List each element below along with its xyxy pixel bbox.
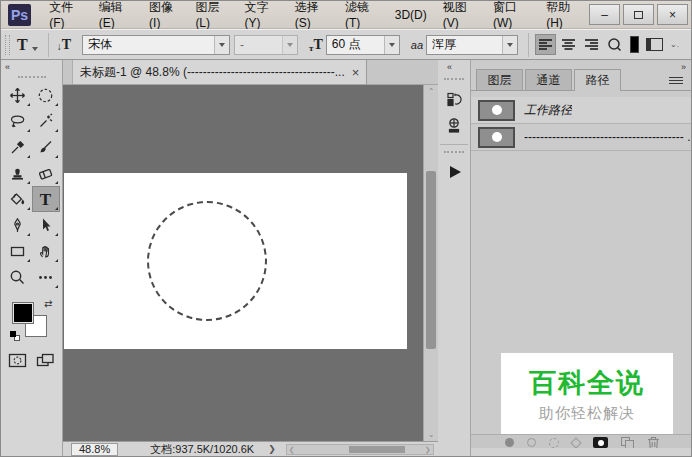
- magic-wand-tool[interactable]: [32, 108, 60, 134]
- add-mask-button[interactable]: [593, 437, 608, 448]
- maximize-button[interactable]: [623, 4, 654, 25]
- edit-toolbar-button[interactable]: [32, 264, 60, 290]
- swatches-icon: [446, 117, 463, 134]
- stroke-path-icon: [527, 438, 536, 447]
- menu-3d[interactable]: 3D(D): [387, 1, 435, 28]
- scroll-down-icon[interactable]: ⌄: [424, 430, 438, 439]
- horizontal-scrollbar[interactable]: ❮ ❯: [286, 444, 434, 455]
- play-icon: [447, 164, 463, 180]
- expand-panels-icon[interactable]: «: [447, 62, 452, 72]
- eyedropper-icon: [9, 139, 26, 156]
- mode-buttons: [4, 352, 60, 369]
- diamond-icon: [570, 437, 581, 448]
- status-expand-chevron[interactable]: ❯: [268, 444, 276, 454]
- vertical-scrollbar[interactable]: ⌃ ⌄: [423, 85, 438, 441]
- align-center-button[interactable]: [558, 34, 579, 55]
- elliptical-marquee-icon: [37, 87, 54, 104]
- history-panel-button[interactable]: [438, 86, 471, 112]
- foreground-color-swatch[interactable]: [12, 302, 34, 324]
- fill-path-button[interactable]: [505, 438, 514, 447]
- actions-panel-button[interactable]: [438, 159, 471, 185]
- fill-path-icon: [505, 438, 514, 447]
- watermark-title: 百科全说: [529, 365, 645, 401]
- make-work-path-button[interactable]: [572, 439, 580, 447]
- close-document-icon[interactable]: ×: [352, 66, 360, 79]
- collapse-panels-icon[interactable]: »: [681, 62, 686, 72]
- panel-dock: « » 图层 通道 路径: [438, 60, 691, 456]
- text-color-swatch[interactable]: [630, 36, 639, 53]
- tools-panel: «: [1, 60, 63, 456]
- eyedropper-tool[interactable]: [4, 134, 32, 160]
- menu-layer[interactable]: 图层(L): [187, 1, 236, 28]
- menu-help[interactable]: 帮助(H): [538, 1, 589, 28]
- path-row-dashed[interactable]: ----------------------------------------…: [471, 124, 691, 151]
- canvas[interactable]: [64, 173, 407, 349]
- font-size-select[interactable]: 60 点: [326, 35, 400, 55]
- lasso-tool[interactable]: [4, 108, 32, 134]
- pen-icon: [9, 217, 26, 234]
- zoom-level-field[interactable]: 48.8%: [71, 443, 118, 456]
- new-path-icon: [621, 437, 634, 449]
- character-panel-toggle[interactable]: [646, 38, 663, 51]
- vertical-scroll-thumb[interactable]: [426, 171, 436, 349]
- text-orientation-toggle[interactable]: ↓ T: [54, 37, 74, 53]
- document-window: 未标题-1 @ 48.8% (-------------------------…: [63, 60, 438, 456]
- hand-tool[interactable]: [32, 238, 60, 264]
- new-path-button[interactable]: [621, 437, 634, 449]
- move-tool[interactable]: [4, 82, 32, 108]
- path-selection-tool[interactable]: [32, 212, 60, 238]
- chevron-down-icon: [32, 47, 38, 51]
- path-list: 工作路径 -----------------------------------…: [471, 97, 691, 151]
- paint-bucket-tool[interactable]: [4, 186, 32, 212]
- scroll-left-icon[interactable]: ❮: [289, 445, 295, 454]
- font-family-select[interactable]: 宋体: [82, 35, 230, 55]
- scroll-up-icon[interactable]: ⌃: [424, 87, 438, 96]
- menu-file[interactable]: 文件(F): [41, 1, 91, 28]
- default-colors-icon[interactable]: [10, 331, 20, 341]
- eraser-tool[interactable]: [32, 160, 60, 186]
- align-left-button[interactable]: [535, 34, 556, 55]
- swap-colors-icon[interactable]: ⇄: [44, 298, 52, 309]
- menu-type[interactable]: 文字(Y): [237, 1, 287, 28]
- tab-layers[interactable]: 图层: [476, 69, 523, 91]
- menu-edit[interactable]: 编辑(E): [91, 1, 141, 28]
- document-tab-bar: 未标题-1 @ 48.8% (-------------------------…: [63, 60, 438, 85]
- tools-grid: T: [4, 82, 60, 290]
- warp-text-button[interactable]: [604, 34, 625, 55]
- path-thumbnail: [478, 127, 515, 148]
- document-tab[interactable]: 未标题-1 @ 48.8% (-------------------------…: [72, 60, 367, 84]
- menu-view[interactable]: 视图(V): [435, 1, 485, 28]
- menu-image[interactable]: 图像(I): [141, 1, 187, 28]
- screen-mode-button[interactable]: [36, 352, 55, 369]
- pen-tool[interactable]: [4, 212, 32, 238]
- horizontal-scroll-thumb[interactable]: [349, 446, 405, 453]
- tool-preset-picker[interactable]: T: [14, 36, 43, 54]
- quick-mask-button[interactable]: [8, 352, 27, 369]
- align-right-button[interactable]: [581, 34, 602, 55]
- clone-stamp-tool[interactable]: [4, 160, 32, 186]
- menu-window[interactable]: 窗口(W): [485, 1, 538, 28]
- zoom-tool[interactable]: [4, 264, 32, 290]
- tab-paths[interactable]: 路径: [574, 69, 621, 91]
- rectangle-tool[interactable]: [4, 238, 32, 264]
- font-style-select: -: [234, 35, 298, 55]
- brush-tool[interactable]: [32, 134, 60, 160]
- path-row-work-path[interactable]: 工作路径: [471, 97, 691, 124]
- swatches-panel-button[interactable]: [438, 112, 471, 138]
- load-selection-button[interactable]: [549, 438, 559, 448]
- paths-panel: » 图层 通道 路径 工作路径 ------------------------…: [471, 60, 691, 456]
- elliptical-marquee-tool[interactable]: [32, 82, 60, 108]
- scroll-right-icon[interactable]: ❯: [425, 445, 431, 454]
- collapse-tools-icon[interactable]: «: [5, 62, 10, 72]
- tab-channels[interactable]: 通道: [525, 69, 572, 91]
- anti-alias-select[interactable]: 浑厚: [426, 35, 518, 55]
- panel-menu-icon[interactable]: [669, 75, 683, 86]
- watermark-subtitle: 助你轻松解决: [539, 404, 635, 423]
- type-tool[interactable]: T: [32, 186, 60, 212]
- options-overflow-chevron[interactable]: ⌄.: [670, 40, 679, 49]
- minimize-button[interactable]: –: [589, 4, 620, 25]
- close-button[interactable]: ×: [657, 4, 688, 25]
- menu-filter[interactable]: 滤镜(T): [337, 1, 387, 28]
- stroke-path-button[interactable]: [527, 438, 536, 447]
- menu-select[interactable]: 选择(S): [287, 1, 337, 28]
